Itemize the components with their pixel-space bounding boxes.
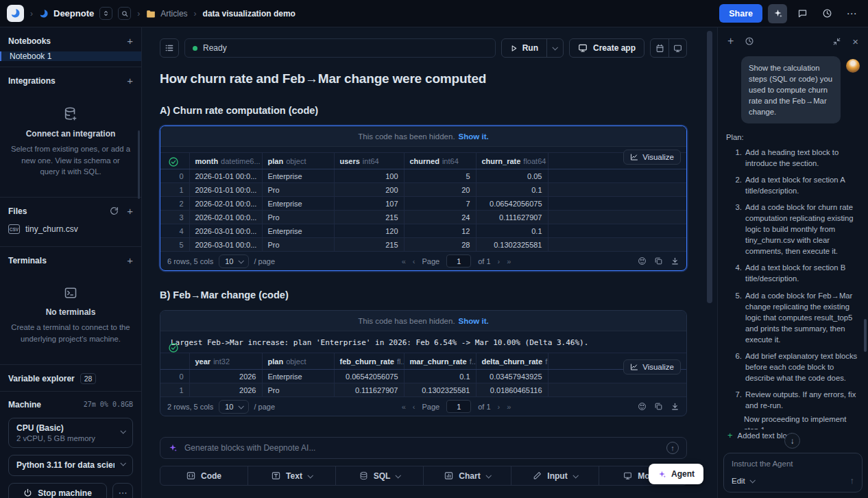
agent-chat: Show the calculation steps (SQL or code)… xyxy=(718,55,868,429)
environment-select[interactable]: Python 3.11 for data science xyxy=(8,455,133,476)
dataframe-table-a: monthdatetime6...planobjectusersint64chu… xyxy=(160,152,686,252)
block-button-chart[interactable]: Chart xyxy=(423,466,511,485)
next-page-icon[interactable]: › xyxy=(498,257,501,265)
column-header-churn_rate[interactable]: churn_ratefloat64 xyxy=(476,153,548,169)
sidebar-item-notebook-1[interactable]: Notebook 1 xyxy=(0,51,141,61)
power-icon xyxy=(23,488,32,497)
first-page-icon[interactable]: « xyxy=(402,403,406,411)
breadcrumb-folder[interactable]: Articles xyxy=(146,9,187,19)
column-header-users[interactable]: usersint64 xyxy=(334,153,404,169)
show-code-link[interactable]: Show it. xyxy=(459,132,489,141)
last-page-icon[interactable]: » xyxy=(507,257,511,265)
workspace-name: Deepnote xyxy=(53,8,94,19)
plan-item: Add a text block for section B title/des… xyxy=(744,262,860,284)
csv-file-icon: CSV xyxy=(8,224,20,234)
agent-button[interactable]: Agent xyxy=(649,464,703,484)
last-page-icon[interactable]: » xyxy=(507,403,511,411)
user-message-bubble: Show the calculation steps (SQL or code)… xyxy=(741,56,841,123)
code-block-b[interactable]: This code has been hidden. Show it. Larg… xyxy=(160,310,687,416)
variable-explorer-title[interactable]: Variable explorer xyxy=(8,374,75,383)
stop-machine-button[interactable]: Stop machine xyxy=(8,483,107,498)
sidebar-scrollbar[interactable] xyxy=(138,130,140,199)
refresh-files-icon[interactable] xyxy=(110,206,119,215)
main-scrollbar[interactable] xyxy=(707,31,712,303)
add-file-button[interactable]: + xyxy=(127,206,133,216)
workspace-logo-icon[interactable] xyxy=(7,5,24,22)
agent-input-box[interactable]: Instruct the Agent Edit ↑ xyxy=(723,453,863,493)
add-terminal-button[interactable]: + xyxy=(127,255,133,265)
search-icon[interactable] xyxy=(118,7,131,20)
block-button-code[interactable]: Code xyxy=(160,466,248,485)
scroll-to-bottom-button[interactable]: ↓ xyxy=(784,433,800,449)
new-chat-icon[interactable]: + xyxy=(727,35,734,47)
table-row: 52026-03-01 00:0...Pro215280.1302325581 xyxy=(160,238,686,252)
agent-status-text: Now proceeding to implement step 1. xyxy=(744,414,860,429)
input-icon xyxy=(533,471,542,480)
history-icon[interactable] xyxy=(817,4,836,23)
send-message-icon[interactable]: ↑ xyxy=(850,475,855,486)
app-preview-icon[interactable] xyxy=(668,39,686,57)
column-header-plan[interactable]: planobject xyxy=(262,153,334,169)
share-button[interactable]: Share xyxy=(719,4,762,23)
run-button[interactable]: Run xyxy=(502,39,546,57)
comments-icon[interactable] xyxy=(793,4,812,23)
page-size-select[interactable]: 10 xyxy=(219,254,248,268)
page-number-input[interactable] xyxy=(446,400,471,413)
code-block-a[interactable]: This code has been hidden. Show it. Visu… xyxy=(160,126,687,271)
page-number-input[interactable] xyxy=(446,254,471,268)
column-header-year[interactable]: yearint32 xyxy=(189,353,262,370)
add-notebook-button[interactable]: + xyxy=(127,36,133,46)
block-button-sql[interactable]: SQL xyxy=(335,466,423,485)
prev-page-icon[interactable]: ‹ xyxy=(413,403,415,411)
download-icon[interactable] xyxy=(671,257,679,265)
machine-more-options-button[interactable]: ⋯ xyxy=(112,483,133,498)
table-row: 22026-02-01 00:0...Enterprise10770.06542… xyxy=(160,197,686,211)
status-bar[interactable]: Ready xyxy=(184,38,496,58)
agent-panel-scrollbar[interactable] xyxy=(864,319,867,352)
breadcrumb-page[interactable]: data visualization demo xyxy=(203,9,296,19)
next-page-icon[interactable]: › xyxy=(498,403,501,411)
download-icon[interactable] xyxy=(671,402,679,411)
column-header-mar_churn_rate[interactable]: mar_churn_ratef... xyxy=(404,353,476,370)
schedule-icon[interactable] xyxy=(651,39,668,57)
files-section-title: Files xyxy=(8,206,27,216)
show-code-link[interactable]: Show it. xyxy=(459,317,489,325)
more-options-icon[interactable]: ⋯ xyxy=(842,4,861,23)
column-header-month[interactable]: monthdatetime6... xyxy=(189,153,262,169)
agent-mode-select[interactable]: Edit xyxy=(732,477,745,485)
close-panel-icon[interactable]: × xyxy=(852,36,858,47)
format-icon[interactable] xyxy=(638,257,647,265)
notebooks-section-title: Notebooks xyxy=(8,36,51,46)
terminals-empty-state: No terminals Create a terminal to connec… xyxy=(0,271,141,358)
collapse-panel-icon[interactable] xyxy=(832,37,841,46)
breadcrumb-workspace[interactable]: Deepnote xyxy=(39,8,94,19)
machine-type-select[interactable]: CPU (Basic) 2 vCPU, 5 GB memory xyxy=(8,418,133,448)
workspace-switcher-icon[interactable] xyxy=(99,7,112,20)
create-app-button[interactable]: Create app xyxy=(569,38,644,58)
prev-page-icon[interactable]: ‹ xyxy=(413,257,415,265)
ai-prompt-input[interactable] xyxy=(184,443,660,453)
ai-sparkle-button[interactable] xyxy=(768,4,787,23)
block-button-input[interactable]: Input xyxy=(511,466,599,485)
ai-generate-bar[interactable]: ↑ xyxy=(160,437,687,459)
run-options-button[interactable] xyxy=(546,39,563,57)
column-header-churned[interactable]: churnedint64 xyxy=(404,153,476,169)
chevron-separator-icon: › xyxy=(29,9,34,19)
table-of-contents-button[interactable] xyxy=(160,38,179,58)
visualize-button[interactable]: Visualize xyxy=(623,150,681,165)
copy-icon[interactable] xyxy=(654,257,663,265)
column-header-delta_churn_rate[interactable]: delta_churn_ratef. xyxy=(476,353,548,370)
copy-icon[interactable] xyxy=(654,402,663,411)
page-size-select[interactable]: 10 xyxy=(219,400,248,414)
first-page-icon[interactable]: « xyxy=(402,257,406,265)
file-item-tiny-churn-csv[interactable]: CSV tiny_churn.csv xyxy=(0,222,141,241)
submit-prompt-icon[interactable]: ↑ xyxy=(666,442,679,454)
column-header-plan[interactable]: planobject xyxy=(262,353,334,370)
chat-history-icon[interactable] xyxy=(745,36,754,46)
format-icon[interactable] xyxy=(638,402,647,411)
add-integration-button[interactable]: + xyxy=(127,75,133,86)
visualize-button[interactable]: Visualize xyxy=(623,359,681,375)
column-header-feb_churn_rate[interactable]: feb_churn_ratefl... xyxy=(334,353,404,370)
plan-item: Add a heading text block to introduce th… xyxy=(744,147,860,169)
block-button-text[interactable]: Text xyxy=(248,466,335,485)
